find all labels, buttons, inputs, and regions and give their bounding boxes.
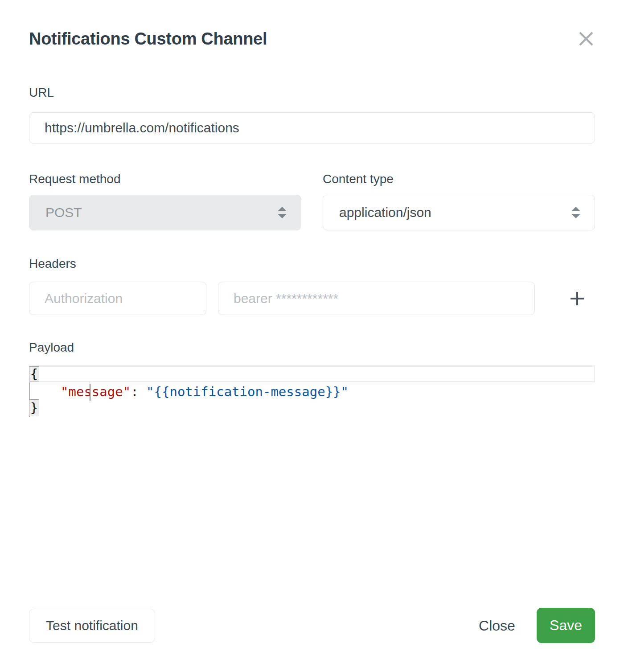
header-value-input[interactable] <box>218 282 535 315</box>
open-brace-badge: { <box>29 366 39 381</box>
close-button[interactable] <box>577 29 595 48</box>
code-line-1 <box>29 365 595 382</box>
content-type-select[interactable]: application/json <box>323 195 595 230</box>
test-notification-button[interactable]: Test notification <box>29 609 155 643</box>
url-label: URL <box>29 86 54 100</box>
page-title: Notifications Custom Channel <box>29 29 267 49</box>
close-brace-badge: } <box>29 399 39 416</box>
code-token-colon: : <box>131 384 146 399</box>
headers-label: Headers <box>29 257 76 271</box>
select-chevrons-icon <box>571 207 581 218</box>
notifications-custom-channel-modal: Notifications Custom Channel URL Request… <box>0 0 624 672</box>
payload-code-editor[interactable]: { "message": "{{notification-message}}" … <box>29 365 595 419</box>
select-chevrons-icon <box>277 207 287 218</box>
content-type-label: Content type <box>323 172 394 186</box>
save-button[interactable]: Save <box>537 608 595 643</box>
plus-icon <box>569 290 586 307</box>
request-method-select[interactable]: POST <box>29 195 301 230</box>
close-icon <box>578 30 595 47</box>
url-input[interactable] <box>29 112 595 143</box>
request-method-label: Request method <box>29 172 120 186</box>
code-line-2: "message": "{{notification-message}}" <box>30 383 349 400</box>
content-type-value: application/json <box>339 205 431 220</box>
code-token-property: "message" <box>61 384 131 399</box>
close-text-button[interactable]: Close <box>468 609 526 643</box>
add-header-button[interactable] <box>566 287 588 310</box>
text-cursor <box>90 384 90 401</box>
request-method-value: POST <box>45 205 82 220</box>
payload-label: Payload <box>29 340 74 355</box>
code-token-string: "{{notification-message}}" <box>146 384 349 399</box>
header-name-input[interactable] <box>29 282 206 315</box>
